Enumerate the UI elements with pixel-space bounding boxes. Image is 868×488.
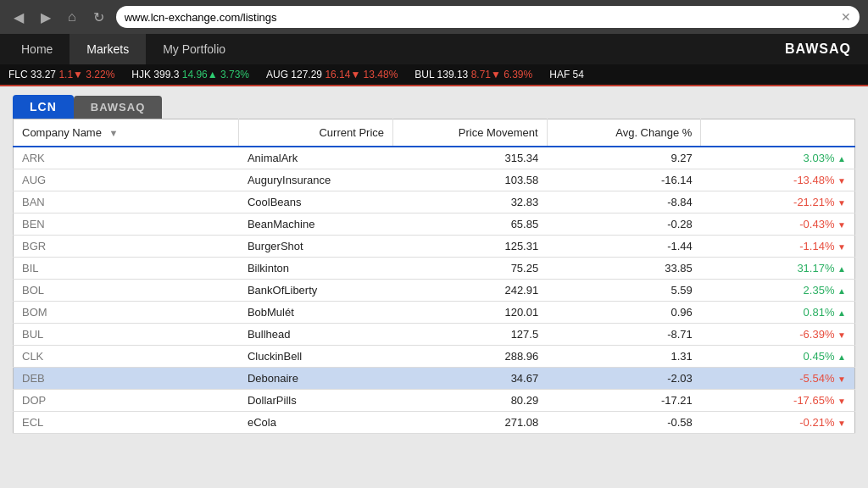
stock-symbol: DOP	[14, 390, 239, 412]
table-row[interactable]: ARK AnimalArk 315.34 9.27 3.03% ▲	[14, 147, 855, 169]
bawsaq-brand: BAWSAQ	[785, 42, 864, 57]
stock-symbol: BIL	[14, 258, 239, 280]
back-button[interactable]: ◀	[8, 8, 29, 27]
stock-name: eCola	[239, 412, 393, 434]
stock-price: 242.91	[393, 280, 548, 302]
forward-button[interactable]: ▶	[36, 8, 56, 27]
tab-lcn[interactable]: LCN	[13, 95, 74, 119]
stock-movement: -17.21	[547, 390, 701, 412]
table-row[interactable]: BOL BankOfLiberty 242.91 5.59 2.35% ▲	[14, 280, 855, 302]
address-bar[interactable]: ✕	[116, 6, 860, 28]
arrow-down-icon: ▼	[837, 220, 846, 230]
stock-change: -13.48% ▼	[701, 169, 855, 191]
stock-name: BobMulét	[239, 302, 393, 324]
stock-symbol: BOL	[14, 280, 239, 302]
table-row[interactable]: BGR BurgerShot 125.31 -1.44 -1.14% ▼	[14, 236, 855, 258]
stock-name: Bullhead	[239, 324, 393, 346]
table-row[interactable]: DEB Debonaire 34.67 -2.03 -5.54% ▼	[14, 368, 855, 390]
table-row[interactable]: ECL eCola 271.08 -0.58 -0.21% ▼	[14, 412, 855, 434]
close-icon[interactable]: ✕	[841, 10, 851, 24]
refresh-button[interactable]: ↻	[88, 8, 109, 27]
stock-price: 75.25	[393, 258, 548, 280]
header-movement[interactable]: Price Movement	[393, 119, 548, 147]
stock-change: -0.43% ▼	[701, 214, 855, 236]
arrow-up-icon: ▲	[837, 352, 846, 362]
stock-movement: 5.59	[547, 280, 701, 302]
stock-price: 271.08	[393, 412, 548, 434]
stock-symbol: BAN	[14, 191, 239, 214]
arrow-down-icon: ▼	[837, 176, 846, 186]
arrow-up-icon: ▲	[837, 286, 846, 296]
stock-change: 2.35% ▲	[701, 280, 855, 302]
stock-name: DollarPills	[239, 390, 393, 412]
stock-symbol: ECL	[14, 412, 239, 434]
stock-movement: -2.03	[547, 368, 701, 390]
stock-symbol: BEN	[14, 214, 239, 236]
filter-icon[interactable]: ▼	[109, 128, 119, 138]
stock-name: CoolBeans	[239, 191, 393, 214]
stock-price: 315.34	[393, 147, 548, 169]
stock-price: 65.85	[393, 214, 548, 236]
stock-price: 120.01	[393, 302, 548, 324]
stock-symbol: BGR	[14, 236, 239, 258]
table-row[interactable]: BUL Bullhead 127.5 -8.71 -6.39% ▼	[14, 324, 855, 346]
header-company[interactable]: Company Name ▼	[14, 119, 239, 147]
ticker-hjk: HJK 399.3 14.96▲ 3.73%	[131, 69, 249, 80]
browser-chrome: ◀ ▶ ⌂ ↻ ✕	[0, 0, 868, 34]
stock-name: BurgerShot	[239, 236, 393, 258]
stock-name: BeanMachine	[239, 214, 393, 236]
arrow-up-icon: ▲	[837, 154, 846, 164]
ticker-flc: FLC 33.27 1.1▼ 3.22%	[8, 69, 114, 80]
stock-change: -17.65% ▼	[701, 390, 855, 412]
stock-price: 32.83	[393, 191, 548, 214]
stock-price: 125.31	[393, 236, 548, 258]
stock-name: AuguryInsurance	[239, 169, 393, 191]
stock-table: Company Name ▼ Current Price Price Movem…	[13, 119, 855, 434]
url-input[interactable]	[125, 11, 836, 24]
stock-name: AnimalArk	[239, 147, 393, 169]
tab-bawsaq[interactable]: BAWSAQ	[74, 96, 163, 119]
stock-symbol: BOM	[14, 302, 239, 324]
stock-change: 31.17% ▲	[701, 258, 855, 280]
table-row[interactable]: BEN BeanMachine 65.85 -0.28 -0.43% ▼	[14, 214, 855, 236]
arrow-up-icon: ▲	[837, 308, 846, 318]
stock-name: BankOfLiberty	[239, 280, 393, 302]
stock-change: -6.39% ▼	[701, 324, 855, 346]
table-row[interactable]: BOM BobMulét 120.01 0.96 0.81% ▲	[14, 302, 855, 324]
stock-change: -5.54% ▼	[701, 368, 855, 390]
stock-symbol: BUL	[14, 324, 239, 346]
home-button[interactable]: ⌂	[63, 8, 81, 26]
stock-change: 3.03% ▲	[701, 147, 855, 169]
table-row[interactable]: DOP DollarPills 80.29 -17.21 -17.65% ▼	[14, 390, 855, 412]
stock-price: 103.58	[393, 169, 548, 191]
stock-movement: -16.14	[547, 169, 701, 191]
ticker-haf: HAF 54	[549, 69, 584, 80]
nav-bar: Home Markets My Portfolio BAWSAQ	[0, 34, 868, 64]
stock-movement: 33.85	[547, 258, 701, 280]
nav-home[interactable]: Home	[4, 34, 70, 64]
table-row[interactable]: CLK CluckinBell 288.96 1.31 0.45% ▲	[14, 346, 855, 368]
nav-portfolio[interactable]: My Portfolio	[146, 34, 242, 64]
stock-movement: 0.96	[547, 302, 701, 324]
exchange-tabs: LCN BAWSAQ	[13, 95, 855, 119]
table-row[interactable]: AUG AuguryInsurance 103.58 -16.14 -13.48…	[14, 169, 855, 191]
stock-name: CluckinBell	[239, 346, 393, 368]
table-row[interactable]: BAN CoolBeans 32.83 -8.84 -21.21% ▼	[14, 191, 855, 214]
stock-symbol: DEB	[14, 368, 239, 390]
ticker-bar: FLC 33.27 1.1▼ 3.22% HJK 399.3 14.96▲ 3.…	[0, 64, 868, 86]
stock-price: 34.67	[393, 368, 548, 390]
nav-markets[interactable]: Markets	[70, 34, 146, 64]
stock-movement: -8.84	[547, 191, 701, 214]
header-price[interactable]: Current Price	[239, 119, 393, 147]
stock-movement: -1.44	[547, 236, 701, 258]
stock-change: 0.45% ▲	[701, 346, 855, 368]
main-content: LCN BAWSAQ Company Name ▼ Current Price …	[0, 86, 868, 488]
arrow-down-icon: ▼	[837, 242, 846, 252]
stock-movement: -0.28	[547, 214, 701, 236]
stock-symbol: CLK	[14, 346, 239, 368]
header-change[interactable]: Avg. Change %	[547, 119, 701, 147]
arrow-down-icon: ▼	[837, 330, 846, 340]
stock-symbol: AUG	[14, 169, 239, 191]
table-row[interactable]: BIL Bilkinton 75.25 33.85 31.17% ▲	[14, 258, 855, 280]
ticker-aug: AUG 127.29 16.14▼ 13.48%	[266, 69, 398, 80]
